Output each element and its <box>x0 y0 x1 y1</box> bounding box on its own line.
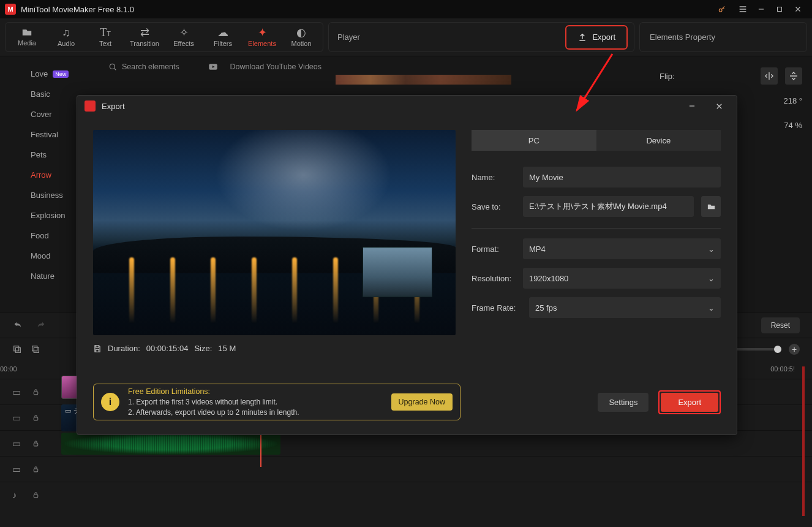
titlebar: M MiniTool MovieMaker Free 8.1.0 <box>0 0 812 18</box>
chevron-down-icon: ⌄ <box>708 245 715 254</box>
properties-panel-header: Elements Property <box>639 22 807 52</box>
settings-button[interactable]: Settings <box>598 393 648 412</box>
film-icon: ▭ <box>12 464 23 475</box>
player-label: Player <box>333 32 360 42</box>
info-icon: i <box>101 393 119 411</box>
key-icon[interactable] <box>713 0 731 18</box>
svg-rect-8 <box>34 392 38 395</box>
dialog-close-button[interactable] <box>709 97 729 115</box>
framerate-select[interactable]: 25 fps⌄ <box>529 297 721 318</box>
export-button[interactable]: Export <box>569 29 624 46</box>
browse-button[interactable] <box>701 196 721 217</box>
tab-transition[interactable]: ⇄Transition <box>127 23 162 51</box>
waveform-icon <box>61 433 280 455</box>
player-panel-header: Player Export <box>328 22 634 52</box>
app-title: MiniTool MovieMaker Free 8.1.0 <box>21 5 713 14</box>
flip-vertical-button[interactable] <box>785 67 802 85</box>
film-icon: ▭ <box>12 387 23 398</box>
tab-elements[interactable]: ✦Elements <box>244 23 280 51</box>
zoom-in-button[interactable]: + <box>789 344 800 355</box>
preview-image <box>93 130 456 335</box>
export-target-tabs: PC Device <box>472 130 721 151</box>
audio-clip[interactable] <box>61 433 280 455</box>
svg-point-2 <box>110 64 115 69</box>
lock-icon[interactable] <box>32 414 43 422</box>
track-header-video2: ▭ <box>0 456 812 482</box>
tab-pc[interactable]: PC <box>472 130 596 151</box>
svg-rect-10 <box>34 443 38 446</box>
lock-icon[interactable] <box>32 465 43 473</box>
flip-horizontal-button[interactable] <box>761 67 778 85</box>
lock-icon[interactable] <box>32 439 43 447</box>
timeline-right-marker <box>802 366 805 516</box>
tab-motion[interactable]: ◐Motion <box>284 23 319 51</box>
saveto-field[interactable]: E:\テスト用\テスト素材\My Movie.mp4 <box>523 196 694 217</box>
name-field[interactable]: My Movie <box>523 167 721 188</box>
export-preview: Duration: 00:00:15:04 Size: 15 M <box>93 130 456 376</box>
new-badge: New <box>53 70 69 78</box>
download-youtube-button[interactable]: Download YouTube Videos <box>230 63 321 71</box>
export-form: PC Device Name: My Movie Save to: E:\テスト… <box>472 130 721 376</box>
tab-effects[interactable]: ✧Effects <box>166 23 201 51</box>
video-preview-strip <box>336 75 511 85</box>
minimize-button[interactable] <box>752 0 770 18</box>
size-label: Size: <box>194 344 212 353</box>
maximize-button[interactable] <box>770 0 789 18</box>
tab-text[interactable]: TTText <box>88 23 123 51</box>
redo-button[interactable] <box>36 320 47 330</box>
dialog-minimize-button[interactable] <box>682 97 702 115</box>
reset-button[interactable]: Reset <box>761 317 800 333</box>
main-toolbar: Media ♫Audio TTText ⇄Transition ✧Effects… <box>0 18 812 56</box>
preview-pip-thumbnail <box>363 247 432 297</box>
upgrade-button[interactable]: Upgrade Now <box>391 393 453 411</box>
tab-device[interactable]: Device <box>596 130 721 151</box>
timeline-dup-button[interactable] <box>12 344 22 354</box>
svg-rect-11 <box>34 469 38 472</box>
clip-icon: ▭ <box>65 407 71 415</box>
search-input[interactable]: Search elements <box>122 63 179 71</box>
name-label: Name: <box>472 173 516 182</box>
undo-button[interactable] <box>12 320 23 330</box>
tab-media[interactable]: Media <box>9 23 45 51</box>
close-button[interactable] <box>789 0 807 18</box>
category-love[interactable]: LoveNew <box>0 64 101 84</box>
dialog-title: Export <box>102 102 125 111</box>
music-icon: ♪ <box>12 490 23 500</box>
chevron-down-icon: ⌄ <box>708 274 715 283</box>
timeline-dup2-button[interactable] <box>31 344 40 354</box>
svg-rect-5 <box>15 347 20 352</box>
toolbar-tabs: Media ♫Audio TTText ⇄Transition ✧Effects… <box>5 22 323 52</box>
app-logo-icon: M <box>5 4 16 15</box>
tab-audio[interactable]: ♫Audio <box>48 23 84 51</box>
export-button-highlight: Export <box>565 25 628 50</box>
dialog-titlebar: Export <box>77 96 737 116</box>
youtube-download-icon <box>208 63 218 70</box>
track-header-audio: ♪ <box>0 482 812 507</box>
tab-filters[interactable]: ☁Filters <box>205 23 241 51</box>
opacity-value: 74 % <box>784 121 802 130</box>
export-final-button[interactable]: Export <box>661 393 718 412</box>
format-select[interactable]: MP4⌄ <box>523 238 721 259</box>
svg-rect-4 <box>14 346 19 351</box>
svg-rect-6 <box>32 346 37 351</box>
svg-rect-12 <box>34 495 38 498</box>
resolution-label: Resolution: <box>472 274 516 283</box>
lock-icon[interactable] <box>32 491 43 499</box>
export-final-highlight: Export <box>658 390 721 414</box>
lock-icon[interactable] <box>32 388 43 396</box>
duration-value: 00:00:15:04 <box>146 344 189 353</box>
free-edition-limitations: i Free Edition Limitations: 1. Export th… <box>93 384 461 420</box>
export-dialog: Export Duration: 00:00:15:04 Size: <box>77 95 737 435</box>
resolution-select[interactable]: 1920x1080⌄ <box>523 268 721 289</box>
format-label: Format: <box>472 245 516 254</box>
svg-rect-7 <box>34 347 39 352</box>
svg-rect-1 <box>778 7 782 12</box>
chevron-down-icon: ⌄ <box>708 303 715 313</box>
size-value: 15 M <box>218 344 236 353</box>
flip-label: Flip: <box>660 72 675 81</box>
saveto-label: Save to: <box>472 202 516 211</box>
app-logo-icon <box>85 100 96 112</box>
svg-point-0 <box>719 9 722 12</box>
hamburger-icon[interactable] <box>734 0 752 18</box>
svg-rect-9 <box>34 417 38 420</box>
